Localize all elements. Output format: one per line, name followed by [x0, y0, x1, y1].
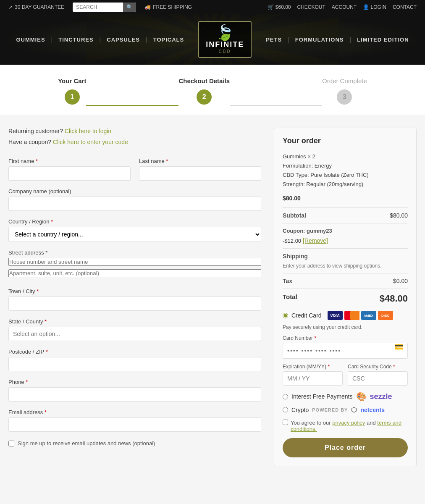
- expiry-input[interactable]: [283, 371, 343, 386]
- nav-pets[interactable]: PETS: [260, 37, 288, 43]
- nav-topicals[interactable]: TOPICALS: [147, 37, 190, 43]
- top-bar: ↗ 30 DAY GUARANTEE 🔍 🚚 FREE SHIPPING 🛒 $…: [0, 0, 425, 14]
- guarantee-icon: ↗: [8, 4, 13, 10]
- email-group: Email address *: [8, 409, 261, 432]
- phone-label: Phone *: [8, 379, 261, 385]
- nav-formulations[interactable]: FORMULATIONS: [289, 37, 350, 43]
- sezzle-radio[interactable]: [283, 394, 288, 399]
- search-input[interactable]: [73, 3, 123, 12]
- account-link[interactable]: ACCOUNT: [332, 4, 357, 10]
- email-label: Email address *: [8, 409, 261, 415]
- main-content: Returning customer? Click here to login …: [0, 115, 425, 479]
- last-name-input[interactable]: [139, 166, 261, 181]
- nav-links-right: PETS | FORMULATIONS | LIMITED EDITION: [260, 36, 415, 43]
- card-number-label: Card Number *: [283, 335, 408, 341]
- nav-gummies[interactable]: GUMMIES: [10, 37, 51, 43]
- divider-3: [283, 248, 408, 249]
- postcode-label: Postcode / ZIP *: [8, 349, 261, 355]
- brand-logo[interactable]: 🍃 iNFiNiTe CBD: [198, 21, 252, 58]
- step3-circle: 3: [337, 89, 352, 105]
- place-order-button[interactable]: Place order: [283, 438, 408, 457]
- subtotal-row: Subtotal $80.00: [283, 212, 408, 219]
- phone-group: Phone *: [8, 379, 261, 402]
- signup-checkbox[interactable]: [8, 441, 14, 446]
- guarantee-badge: ↗ 30 DAY GUARANTEE: [8, 4, 64, 10]
- company-label: Company name (optional): [8, 188, 261, 194]
- nav-capsules[interactable]: CAPSULES: [101, 37, 146, 43]
- signup-label: Sign me up to receive email updates and …: [18, 440, 155, 446]
- credit-card-label: Credit Card: [291, 312, 322, 319]
- cart-link[interactable]: 🛒 $60.00: [268, 4, 291, 10]
- payment-section: Credit Card VISA AMEX DISC Pay securely …: [283, 311, 408, 457]
- remove-coupon-link[interactable]: [Remove]: [303, 237, 328, 244]
- login-link-form[interactable]: Click here to login: [65, 128, 111, 134]
- order-title: Your order: [283, 136, 408, 145]
- credit-card-radio[interactable]: [283, 313, 288, 318]
- email-input[interactable]: [8, 417, 261, 432]
- street-input[interactable]: [8, 258, 261, 266]
- country-group: Country / Region * Select a country / re…: [8, 218, 261, 242]
- step-1: Your Cart 1: [58, 77, 86, 105]
- apt-input[interactable]: [8, 269, 261, 277]
- last-name-group: Last name *: [139, 158, 261, 181]
- free-shipping-text: FREE SHIPPING: [153, 4, 192, 10]
- card-number-input[interactable]: [283, 343, 408, 359]
- search-bar[interactable]: 🔍: [73, 3, 136, 12]
- nav-links-left: GUMMIES | TINCTURES | CAPSULES | TOPICAL…: [10, 36, 190, 43]
- checkout-form: Returning customer? Click here to login …: [8, 128, 261, 446]
- nav-content: GUMMIES | TINCTURES | CAPSULES | TOPICAL…: [8, 21, 417, 58]
- nav-tinctures[interactable]: TINCTURES: [52, 37, 99, 43]
- csc-label: Card Security Code *: [348, 364, 408, 370]
- crypto-radio[interactable]: [283, 407, 288, 412]
- step1-label: Your Cart: [58, 77, 86, 84]
- agree-row: You agree to our privacy policy and term…: [283, 420, 408, 432]
- step2-circle: 2: [197, 89, 212, 105]
- formulation: Formulation: Energy: [283, 161, 408, 171]
- step-2: Checkout Details 2: [178, 77, 230, 105]
- step-line-2: [230, 77, 322, 106]
- search-button[interactable]: 🔍: [123, 3, 136, 12]
- expiry-label: Expiration (MM/YY) *: [283, 364, 343, 370]
- coupon-link[interactable]: Click here to enter your code: [53, 139, 128, 145]
- privacy-policy-link[interactable]: privacy policy: [332, 420, 365, 426]
- phone-input[interactable]: [8, 387, 261, 402]
- country-select-wrap: Select a country / region...: [8, 227, 261, 242]
- sezzle-logo: 🎨: [356, 391, 367, 402]
- cbd-type: CBD Type: Pure Isolate (Zero THC): [283, 171, 408, 180]
- name-row: First name * Last name *: [8, 158, 261, 181]
- pay-secure-note: Pay securely using your credit card.: [283, 324, 408, 330]
- total-row: Total $48.00: [283, 293, 408, 304]
- tax-row: Tax $0.00: [283, 278, 408, 284]
- city-input[interactable]: [8, 297, 261, 311]
- checkout-link[interactable]: CHECKOUT: [297, 4, 325, 10]
- leaf-icon: 🍃: [206, 25, 244, 40]
- step3-label: Order Complete: [322, 77, 367, 84]
- sezzle-option: Interest Free Payments 🎨 sezzle: [283, 391, 408, 402]
- login-link[interactable]: 👤 LOGIN: [363, 4, 386, 10]
- card-icons: VISA AMEX DISC: [328, 311, 393, 320]
- top-bar-left: ↗ 30 DAY GUARANTEE 🔍 🚚 FREE SHIPPING: [8, 3, 192, 12]
- company-input[interactable]: [8, 197, 261, 211]
- amex-icon: AMEX: [361, 311, 376, 320]
- contact-link[interactable]: CONTACT: [393, 4, 417, 10]
- divider-4: [283, 273, 408, 273]
- csc-input[interactable]: [348, 371, 408, 386]
- agree-checkbox[interactable]: [283, 420, 288, 425]
- country-select[interactable]: Select a country / region...: [8, 227, 261, 242]
- last-name-label: Last name *: [139, 158, 261, 164]
- coupon-text: Have a coupon? Click here to enter your …: [8, 139, 261, 145]
- guarantee-text: 30 DAY GUARANTEE: [15, 4, 64, 10]
- first-name-input[interactable]: [8, 166, 131, 181]
- first-name-group: First name *: [8, 158, 131, 181]
- powered-by-text: POWERED BY: [312, 407, 348, 412]
- order-summary: Your order Gummies × 2 Formulation: Ener…: [274, 128, 417, 466]
- step-line-1: [86, 77, 178, 106]
- city-group: Town / City *: [8, 288, 261, 311]
- postcode-input[interactable]: [8, 357, 261, 371]
- state-input[interactable]: [8, 327, 261, 341]
- logo-sub: CBD: [206, 49, 244, 54]
- agree-text: You agree to our privacy policy and term…: [291, 420, 408, 432]
- product-price: $80.00: [283, 195, 408, 202]
- nav-limited-edition[interactable]: LIMITED EDITION: [351, 37, 415, 43]
- logo-text: iNFiNiTe: [206, 40, 244, 49]
